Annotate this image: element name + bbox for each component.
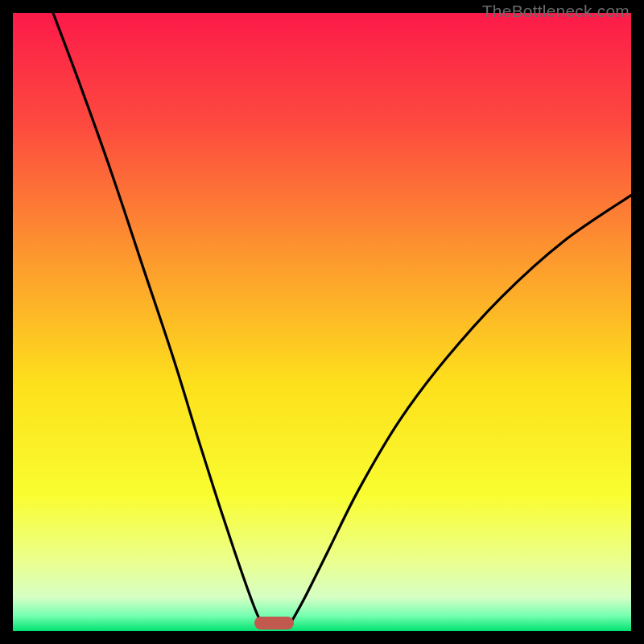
watermark-text: TheBottleneck.com [482,2,630,21]
plot-frame [13,13,631,631]
curves-layer [13,13,631,631]
optimal-marker [254,617,295,629]
right-curve [288,196,631,628]
left-curve [53,13,263,627]
